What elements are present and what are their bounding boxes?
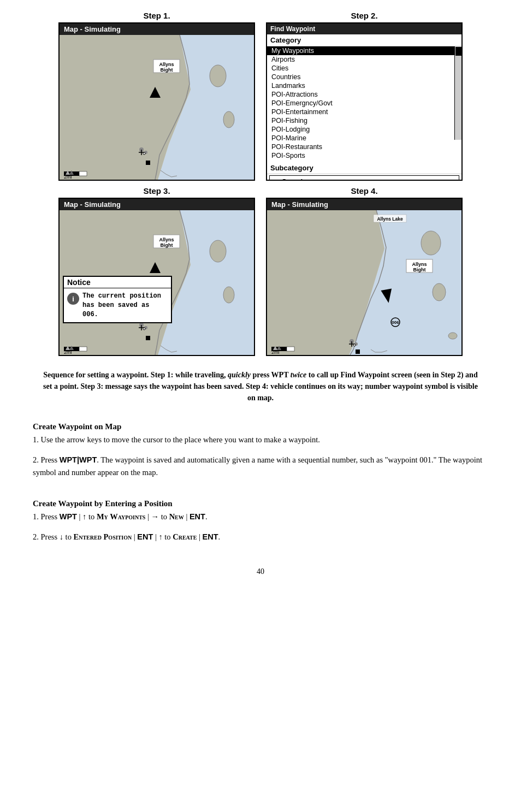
svg-rect-28	[146, 336, 150, 340]
svg-point-43	[421, 231, 441, 255]
fw-title: Find Waypoint	[267, 23, 461, 34]
fw-list-item[interactable]: Countries	[267, 73, 461, 81]
step3-map-title: Map - Simulating	[60, 199, 254, 210]
fw-list-item[interactable]: POI-Lodging	[267, 125, 461, 134]
svg-text:2mi: 2mi	[271, 349, 280, 355]
fw-category-list: My Waypoints Airports Cities Countries L…	[267, 46, 461, 160]
page-number: 40	[33, 567, 488, 576]
notice-box: Notice i The current positionhas been sa…	[63, 276, 172, 323]
section1-para1: 1. Use the arrow keys to move the cursor…	[33, 434, 488, 446]
step1-map: Map - Simulating	[58, 22, 255, 181]
svg-text:Allyns: Allyns	[159, 62, 174, 67]
svg-point-11	[143, 152, 145, 155]
svg-rect-58	[356, 349, 360, 354]
step1-map-title: Map - Simulating	[60, 23, 254, 35]
svg-point-31	[143, 328, 145, 330]
step4-map: Map - Simulating Allyns Lake	[266, 198, 463, 356]
svg-point-3	[210, 65, 226, 87]
fw-list-item[interactable]: Landmarks	[267, 81, 461, 90]
fw-arrow-right-icon: ►	[451, 179, 457, 181]
section1-para2: 2. Press WPT|WPT. The waypoint is saved …	[33, 454, 488, 479]
step4-label: Step 4.	[351, 186, 377, 195]
section2-para1: 1. Press WPT | ↑ to My Waypoints | → to …	[33, 511, 488, 523]
fw-list-item[interactable]: POI-Restaurants	[267, 143, 461, 151]
svg-rect-36	[79, 347, 87, 351]
fw-saved-text: Saved	[282, 177, 303, 181]
svg-text:Bight: Bight	[161, 242, 173, 248]
fw-category-label: Category	[267, 34, 461, 46]
svg-point-24	[223, 287, 234, 303]
step3-label: Step 3.	[143, 186, 170, 195]
step2-screen: Find Waypoint Category My Waypoints Airp…	[266, 22, 463, 181]
section1-heading: Create Waypoint on Map	[33, 422, 488, 431]
svg-point-44	[433, 283, 446, 301]
section2-heading: Create Waypoint by Entering a Position	[33, 499, 488, 508]
fw-saved-row[interactable]: ◄ Saved ►	[269, 175, 459, 181]
svg-point-23	[210, 240, 226, 262]
svg-text:Bight: Bight	[413, 267, 426, 272]
fw-list-item[interactable]: POI-Marine	[267, 134, 461, 143]
section2-para2: 2. Press ↓ to Entered Position | ENT | ↑…	[33, 531, 488, 543]
fw-list-item[interactable]: POI-Entertainment	[267, 108, 461, 116]
svg-text:Allyns: Allyns	[412, 262, 427, 267]
step4-map-title: Map - Simulating	[267, 199, 461, 210]
step1-label: Step 1.	[143, 11, 170, 20]
fw-list-item[interactable]: Airports	[267, 55, 461, 64]
fw-list-item[interactable]: POI-Emergncy/Govt	[267, 99, 461, 108]
svg-text:Bight: Bight	[161, 67, 173, 73]
fw-list-item[interactable]: POI-Sports	[267, 151, 461, 160]
svg-rect-8	[146, 161, 150, 165]
step2-label: Step 2.	[351, 11, 377, 20]
fw-list-item[interactable]: Cities	[267, 64, 461, 73]
svg-text:006: 006	[392, 320, 399, 325]
svg-rect-16	[79, 171, 87, 176]
svg-point-64	[448, 333, 457, 339]
notice-info-icon: i	[67, 293, 79, 305]
notice-text: The current positionhas been saved as006…	[82, 292, 161, 319]
svg-rect-60	[287, 347, 294, 351]
svg-point-57	[353, 344, 356, 346]
fw-list-item[interactable]: POI-Attractions	[267, 90, 461, 99]
fw-list-item[interactable]: POI-Fishing	[267, 116, 461, 125]
svg-text:2mi: 2mi	[64, 349, 72, 355]
fw-arrow-left-icon: ◄	[272, 179, 277, 181]
svg-text:Allyns Lake: Allyns Lake	[377, 216, 403, 222]
svg-point-4	[223, 111, 234, 128]
caption-area: Sequence for setting a waypoint. Step 1:…	[33, 369, 488, 404]
notice-title: Notice	[64, 277, 171, 288]
step3-map: Map - Simulating	[58, 198, 255, 356]
svg-text:2mi: 2mi	[64, 174, 72, 180]
svg-text:Allyns: Allyns	[159, 237, 174, 242]
fw-subcategory-label: Subcategory	[267, 162, 461, 174]
fw-list-item[interactable]: My Waypoints	[267, 46, 461, 55]
